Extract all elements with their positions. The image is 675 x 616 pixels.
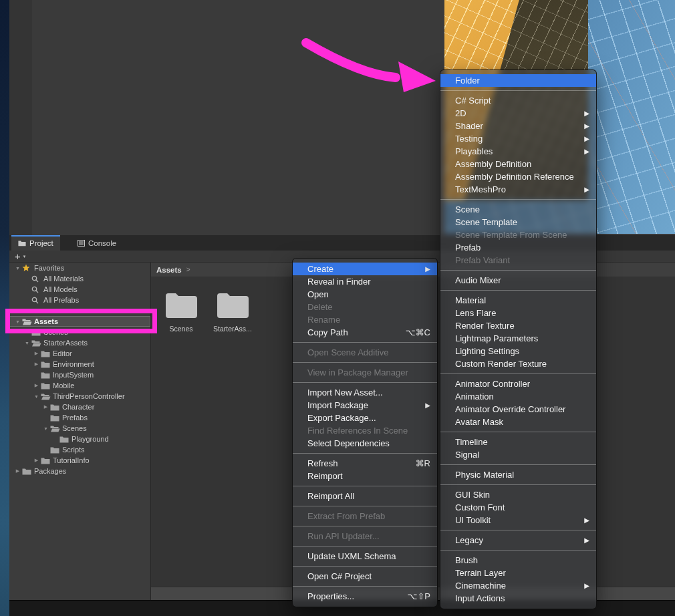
menu-item-lighting-settings[interactable]: Lighting Settings <box>440 345 596 357</box>
disclosure-closed-icon[interactable]: ▶ <box>13 468 22 474</box>
menu-item-lens-flare[interactable]: Lens Flare <box>440 307 596 319</box>
menu-item-reveal-in-finder[interactable]: Reveal in Finder <box>293 275 437 288</box>
menu-item-legacy[interactable]: Legacy▶ <box>440 534 596 547</box>
menu-item-open-c-project[interactable]: Open C# Project <box>293 570 437 583</box>
breadcrumb-chevron-icon: > <box>186 266 190 273</box>
menu-item-select-dependencies[interactable]: Select Dependencies <box>293 437 437 450</box>
tree-row-tutorialinfo[interactable]: ▶TutorialInfo <box>9 455 150 466</box>
menu-item-scene[interactable]: Scene <box>440 203 596 216</box>
menu-item-custom-font[interactable]: Custom Font <box>440 501 596 514</box>
menu-item-prefab[interactable]: Prefab <box>440 241 596 254</box>
tree-row-starterassets[interactable]: ▼StarterAssets <box>9 337 150 348</box>
menu-item-material[interactable]: Material <box>440 294 596 307</box>
tree-row-mobile[interactable]: ▶Mobile <box>9 380 150 391</box>
grid-item-starterass[interactable]: StarterAss... <box>211 291 255 333</box>
menu-item-input-actions[interactable]: Input Actions <box>440 592 596 605</box>
disclosure-closed-icon[interactable]: ▶ <box>41 404 50 410</box>
menu-item-brush[interactable]: Brush <box>440 554 596 567</box>
menu-item-export-package[interactable]: Export Package... <box>293 412 437 424</box>
tab-project[interactable]: Project <box>11 235 60 251</box>
screenshot-stage: Project Console + ▾ ▼FavoritesAll Materi… <box>0 0 675 616</box>
menu-item-signal[interactable]: Signal <box>440 448 596 461</box>
menu-item-label: Input Actions <box>455 593 589 603</box>
menu-item-c-script[interactable]: C# Script <box>440 94 596 107</box>
disclosure-open-icon[interactable]: ▼ <box>13 266 22 271</box>
menu-item-avatar-mask[interactable]: Avatar Mask <box>440 416 596 428</box>
disclosure-open-icon[interactable]: ▼ <box>32 394 41 399</box>
tree-row-environment[interactable]: ▶Environment <box>9 359 150 369</box>
disclosure-closed-icon[interactable]: ▶ <box>32 351 41 356</box>
disclosure-closed-icon[interactable]: ▶ <box>32 383 41 388</box>
grid-item-scenes[interactable]: Scenes <box>159 291 203 333</box>
tree-row-character[interactable]: ▶Character <box>9 402 150 412</box>
menu-item-textmeshpro[interactable]: TextMeshPro▶ <box>440 183 596 196</box>
menu-item-update-uxml-schema[interactable]: Update UXML Schema <box>293 550 437 563</box>
menu-item-open[interactable]: Open <box>293 288 437 301</box>
tree-row-favorites[interactable]: ▼Favorites <box>9 263 150 273</box>
folder-icon <box>41 371 51 379</box>
submenu-arrow-icon: ▶ <box>584 148 589 155</box>
menu-item-label: Scene <box>455 204 589 214</box>
disclosure-open-icon[interactable]: ▼ <box>23 341 31 345</box>
add-asset-button[interactable]: + <box>15 251 21 261</box>
menu-item-import-new-asset[interactable]: Import New Asset... <box>293 386 437 399</box>
disclosure-closed-icon[interactable]: ▶ <box>32 458 41 463</box>
tree-row-thirdpersoncontroller[interactable]: ▼ThirdPersonController <box>9 391 150 402</box>
menu-item-timeline[interactable]: Timeline <box>440 436 596 448</box>
tree-row-prefabs[interactable]: Prefabs <box>9 412 150 423</box>
tree-row-label: Mobile <box>53 381 74 390</box>
menu-separator <box>293 526 437 526</box>
tree-row-label: Playground <box>72 435 109 443</box>
menu-item-label: Update UXML Schema <box>307 551 430 561</box>
menu-item-reimport[interactable]: Reimport <box>293 470 437 482</box>
menu-item-copy-path[interactable]: Copy Path⌥⌘C <box>293 326 437 339</box>
disclosure-open-icon[interactable]: ▼ <box>41 426 50 431</box>
tree-row-packages[interactable]: ▶Packages <box>9 466 150 476</box>
menu-item-audio-mixer[interactable]: Audio Mixer <box>440 274 596 287</box>
tab-console[interactable]: Console <box>71 235 123 251</box>
menu-item-prefab-variant: Prefab Variant <box>440 254 596 267</box>
folder-icon <box>50 404 61 411</box>
breadcrumb[interactable]: Assets <box>156 266 182 274</box>
folder-open-icon <box>50 425 61 432</box>
menu-item-reimport-all[interactable]: Reimport All <box>293 490 437 502</box>
menu-item-lightmap-parameters[interactable]: Lightmap Parameters <box>440 332 596 345</box>
tree-row-playground[interactable]: Playground <box>9 434 150 444</box>
tree-row-inputsystem[interactable]: InputSystem <box>9 369 150 380</box>
menu-item-shader[interactable]: Shader▶ <box>440 120 596 132</box>
menu-item-assembly-definition-reference[interactable]: Assembly Definition Reference <box>440 170 596 183</box>
menu-item-2d[interactable]: 2D▶ <box>440 107 596 120</box>
menu-item-animator-controller[interactable]: Animator Controller <box>440 377 596 390</box>
menu-item-import-package[interactable]: Import Package▶ <box>293 399 437 412</box>
tree-row-all-materials[interactable]: All Materials <box>9 273 150 284</box>
menu-item-playables[interactable]: Playables▶ <box>440 145 596 158</box>
tree-row-editor[interactable]: ▶Editor <box>9 348 150 359</box>
menu-item-properties[interactable]: Properties...⌥⇧P <box>293 590 437 603</box>
menu-item-assembly-definition[interactable]: Assembly Definition <box>440 158 596 170</box>
menu-item-render-texture[interactable]: Render Texture <box>440 319 596 332</box>
menu-item-folder[interactable]: Folder <box>440 74 596 87</box>
add-asset-caret-icon[interactable]: ▾ <box>23 254 26 259</box>
menu-item-animator-override-controller[interactable]: Animator Override Controller <box>440 403 596 416</box>
tree-row-scenes[interactable]: ▼Scenes <box>9 423 150 434</box>
menu-item-cinemachine[interactable]: Cinemachine▶ <box>440 579 596 592</box>
menu-item-label: View in Package Manager <box>307 367 430 377</box>
menu-item-label: Find References In Scene <box>307 426 430 436</box>
menu-item-animation[interactable]: Animation <box>440 390 596 403</box>
menu-item-custom-render-texture[interactable]: Custom Render Texture <box>440 357 596 370</box>
disclosure-closed-icon[interactable]: ▶ <box>32 361 41 367</box>
menu-item-label: Animator Override Controller <box>455 404 589 414</box>
menu-item-ui-toolkit[interactable]: UI Toolkit▶ <box>440 514 596 526</box>
menu-item-gui-skin[interactable]: GUI Skin <box>440 488 596 501</box>
menu-item-terrain-layer[interactable]: Terrain Layer <box>440 567 596 579</box>
menu-item-create[interactable]: Create▶ <box>293 263 437 275</box>
tree-row-all-prefabs[interactable]: All Prefabs <box>9 295 150 305</box>
menu-item-testing[interactable]: Testing▶ <box>440 132 596 145</box>
menu-item-scene-template[interactable]: Scene Template <box>440 216 596 228</box>
tree-row-all-models[interactable]: All Models <box>9 284 150 295</box>
menu-item-physic-material[interactable]: Physic Material <box>440 468 596 481</box>
tree-row-scripts[interactable]: Scripts <box>9 444 150 455</box>
menu-separator <box>440 530 596 530</box>
menu-item-refresh[interactable]: Refresh⌘R <box>293 457 437 470</box>
search-icon <box>31 275 42 283</box>
